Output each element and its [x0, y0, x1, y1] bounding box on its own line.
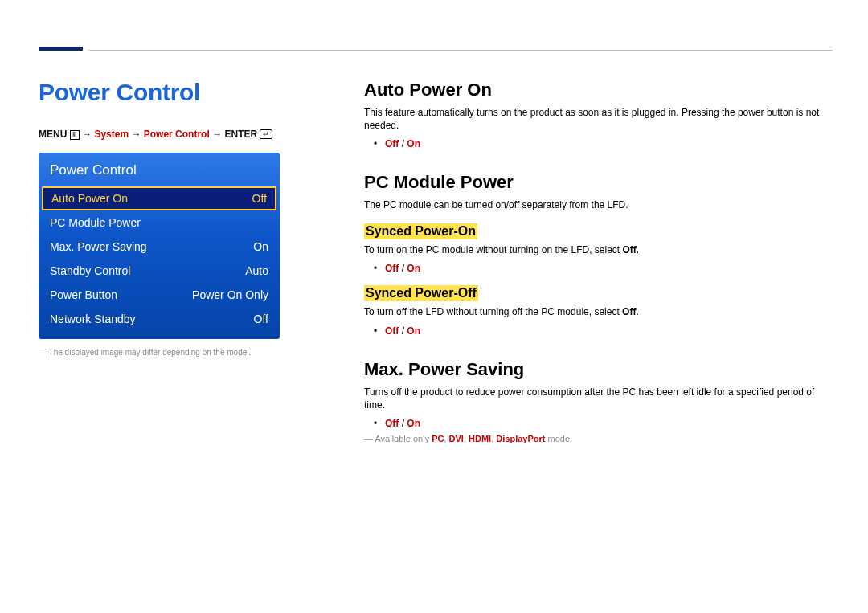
synced-on-desc: To turn on the PC module without turning… [364, 244, 833, 257]
synced-off-options: Off / On [385, 325, 833, 337]
enter-icon: ↵ [260, 129, 272, 139]
osd-row-value: Off [252, 192, 267, 205]
osd-row-label: Standby Control [50, 264, 130, 277]
mode-name: DisplayPort [496, 434, 545, 443]
mode-name: PC [432, 434, 444, 443]
osd-row-value: On [253, 240, 268, 253]
option-off: Off [385, 138, 399, 149]
auto-power-on-desc: This feature automatically turns on the … [364, 107, 833, 132]
subsection-synced-power-off: Synced Power-Off [364, 285, 478, 301]
option-on: On [407, 418, 420, 429]
osd-row-value: Power On Only [192, 288, 268, 301]
breadcrumb-arrow: → [82, 129, 92, 140]
osd-panel: Power Control Auto Power OnOffPC Module … [39, 153, 280, 339]
option-off: Off [385, 325, 399, 337]
breadcrumb-enter: ENTER [224, 129, 257, 140]
pc-module-desc: The PC module can be turned on/off separ… [364, 199, 833, 212]
mode-name: HDMI [469, 434, 491, 443]
osd-title: Power Control [39, 153, 280, 186]
osd-row[interactable]: Auto Power OnOff [42, 186, 276, 210]
mode-name: DVI [449, 434, 464, 443]
section-title-pc-module: PC Module Power [364, 172, 833, 193]
option-on: On [407, 263, 420, 274]
breadcrumb: MENU Ⅲ → System → Power Control → ENTER … [39, 129, 304, 140]
max-saving-note: Available only PC, DVI, HDMI, DisplayPor… [364, 434, 833, 443]
synced-off-desc: To turn off the LFD without turning off … [364, 306, 833, 319]
option-off: Off [385, 418, 399, 429]
osd-row[interactable]: Max. Power SavingOn [39, 235, 280, 259]
osd-row-label: Auto Power On [51, 192, 128, 205]
osd-footnote: The displayed image may differ depending… [39, 347, 304, 358]
osd-row[interactable]: Power ButtonPower On Only [39, 283, 280, 307]
menu-icon: Ⅲ [70, 130, 80, 140]
osd-row-label: PC Module Power [50, 216, 141, 229]
osd-row-value: Off [254, 313, 268, 325]
osd-row-value: Auto [245, 264, 268, 277]
header-divider [88, 50, 833, 51]
synced-on-options: Off / On [385, 263, 833, 274]
breadcrumb-power-control: Power Control [144, 129, 210, 140]
section-title-max-saving: Max. Power Saving [364, 359, 833, 380]
option-on: On [407, 138, 420, 149]
breadcrumb-arrow: → [131, 129, 141, 140]
breadcrumb-arrow: → [212, 129, 222, 140]
breadcrumb-menu: MENU [39, 129, 67, 140]
max-saving-desc: Turns off the product to reduce power co… [364, 386, 833, 411]
osd-row-label: Power Button [50, 288, 117, 301]
osd-row[interactable]: Network StandbyOff [39, 307, 280, 331]
left-column: Power Control MENU Ⅲ → System → Power Co… [39, 79, 304, 358]
auto-power-on-options: Off / On [385, 138, 833, 149]
option-off: Off [385, 263, 399, 274]
section-title-auto-power-on: Auto Power On [364, 80, 833, 100]
osd-row[interactable]: Standby ControlAuto [39, 259, 280, 283]
breadcrumb-system: System [94, 129, 129, 140]
right-column: Auto Power On This feature automatically… [364, 80, 833, 443]
option-on: On [407, 325, 420, 337]
osd-row-label: Network Standby [50, 313, 136, 325]
page-title: Power Control [39, 79, 304, 106]
header-marker [39, 47, 83, 51]
osd-row-label: Max. Power Saving [50, 240, 147, 253]
max-saving-options: Off / On [385, 418, 833, 429]
osd-row[interactable]: PC Module Power [39, 210, 280, 235]
subsection-synced-power-on: Synced Power-On [364, 223, 477, 239]
